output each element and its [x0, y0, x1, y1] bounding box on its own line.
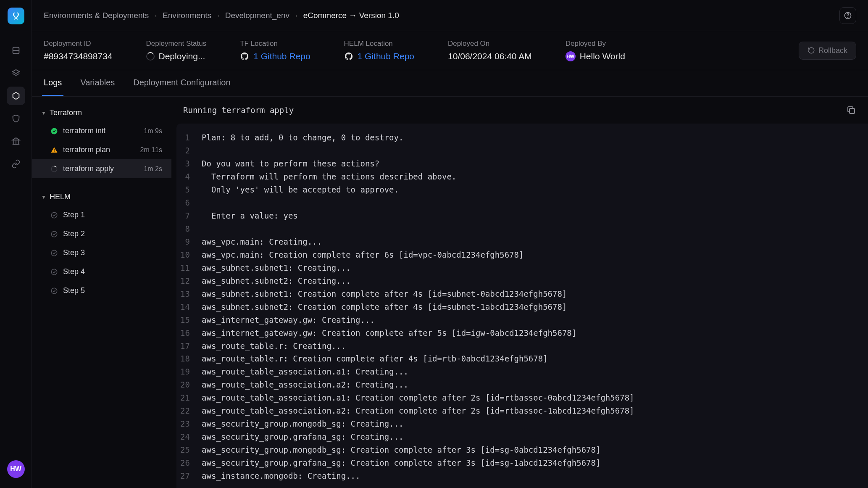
log-text: aws_subnet.subnet1: Creating... — [202, 261, 351, 274]
log-text: Terraform will perform the actions descr… — [202, 170, 456, 183]
deployed-by-block: Deployed By HW Hello World — [566, 40, 625, 61]
content-area: ▼Terraformterraform init1m 9sterraform p… — [32, 97, 868, 488]
tab-variables[interactable]: Variables — [79, 70, 116, 96]
line-number: 2 — [176, 144, 202, 157]
line-number: 23 — [176, 417, 202, 430]
svg-marker-4 — [12, 138, 19, 140]
nav-shield-icon[interactable] — [7, 109, 25, 128]
step-row[interactable]: Step 2 — [32, 224, 171, 243]
log-line: 3Do you want to perform these actions? — [176, 157, 868, 170]
breadcrumb-item[interactable]: Environments — [163, 11, 211, 20]
step-group-header[interactable]: ▼Terraform — [32, 104, 171, 121]
log-text: aws_security_group.mongodb_sg: Creating.… — [202, 417, 403, 430]
log-line: 27aws_instance.mongodb: Creating... — [176, 470, 868, 483]
step-row[interactable]: terraform plan2m 11s — [32, 140, 171, 159]
log-text: aws_security_group.mongodb_sg: Creation … — [202, 443, 600, 456]
rollback-button[interactable]: Rollback — [799, 42, 856, 60]
line-number: 27 — [176, 470, 202, 483]
step-label: Step 4 — [63, 267, 85, 276]
deployment-status-text: Deploying... — [159, 51, 205, 61]
tab-deployment-configuration[interactable]: Deployment Configuration — [132, 70, 232, 96]
copy-button[interactable] — [846, 105, 856, 115]
log-line: 13aws_subnet.subnet1: Creation complete … — [176, 288, 868, 301]
breadcrumb-item[interactable]: Environments & Deployments — [44, 11, 149, 20]
log-text: Only 'yes' will be accepted to approve. — [202, 183, 399, 196]
log-line: 6 — [176, 196, 868, 209]
chevron-right-icon: › — [155, 12, 157, 19]
step-row[interactable]: Step 3 — [32, 243, 171, 262]
helm-location-link[interactable]: 1 Github Repo — [358, 51, 414, 61]
deployment-status-block: Deployment Status Deploying... — [146, 40, 207, 61]
status-icon — [50, 268, 58, 276]
line-number: 3 — [176, 157, 202, 170]
chevron-right-icon: › — [217, 12, 219, 19]
line-number: 10 — [176, 248, 202, 261]
user-avatar[interactable]: HW — [7, 460, 25, 478]
log-header-text: Running terraform apply — [183, 106, 294, 115]
log-text: aws_subnet.subnet1: Creation complete af… — [202, 288, 567, 301]
status-icon — [50, 249, 58, 257]
line-number: 8 — [176, 222, 202, 235]
step-label: Step 2 — [63, 229, 85, 238]
caret-down-icon: ▼ — [41, 194, 46, 200]
status-icon — [50, 127, 58, 135]
log-text: Do you want to perform these actions? — [202, 157, 379, 170]
step-row[interactable]: terraform apply1m 2s — [32, 159, 171, 178]
nav-hexagon-icon[interactable] — [7, 87, 25, 105]
helm-location-label: HELM Location — [344, 40, 414, 48]
log-text: aws_vpc.main: Creating... — [202, 235, 322, 248]
log-text: aws_subnet.subnet2: Creation complete af… — [202, 301, 567, 314]
nav-bank-icon[interactable] — [7, 132, 25, 150]
log-line: 10aws_vpc.main: Creation complete after … — [176, 248, 868, 261]
log-line: 5 Only 'yes' will be accepted to approve… — [176, 183, 868, 196]
log-line: 14aws_subnet.subnet2: Creation complete … — [176, 301, 868, 314]
log-body[interactable]: 1Plan: 8 to add, 0 to change, 0 to destr… — [176, 124, 868, 488]
breadcrumb-item[interactable]: Development_env — [225, 11, 289, 20]
line-number: 9 — [176, 235, 202, 248]
tab-logs[interactable]: Logs — [42, 70, 63, 96]
deployment-status-label: Deployment Status — [146, 40, 207, 48]
step-row[interactable]: Step 1 — [32, 206, 171, 224]
status-icon — [50, 230, 58, 238]
main-content: Environments & Deployments›Environments›… — [32, 0, 868, 488]
svg-marker-3 — [13, 92, 19, 100]
status-icon — [50, 165, 58, 173]
line-number: 4 — [176, 170, 202, 183]
step-group-header[interactable]: ▼HELM — [32, 188, 171, 206]
nav-link-icon[interactable] — [7, 155, 25, 173]
log-text: aws_route_table.r: Creating... — [202, 340, 346, 353]
status-icon — [50, 211, 58, 219]
tf-location-label: TF Location — [240, 40, 310, 48]
line-number: 22 — [176, 404, 202, 417]
log-line: 16aws_internet_gateway.gw: Creation comp… — [176, 327, 868, 340]
log-header: Running terraform apply — [171, 97, 868, 124]
nav-server-icon[interactable] — [7, 41, 25, 60]
step-row[interactable]: Step 4 — [32, 262, 171, 281]
step-row[interactable]: Step 5 — [32, 281, 171, 300]
log-line: 25aws_security_group.mongodb_sg: Creatio… — [176, 443, 868, 456]
step-row[interactable]: terraform init1m 9s — [32, 121, 171, 140]
svg-point-20 — [51, 288, 57, 294]
helm-location-value: 1 Github Repo — [344, 51, 414, 61]
app-logo[interactable] — [8, 8, 24, 24]
svg-rect-21 — [850, 108, 855, 113]
log-line: 2 — [176, 144, 868, 157]
breadcrumb-item[interactable]: eCommerce → Version 1.0 — [303, 11, 399, 20]
line-number: 13 — [176, 288, 202, 301]
help-button[interactable] — [839, 7, 856, 24]
line-number: 5 — [176, 183, 202, 196]
log-line: 1Plan: 8 to add, 0 to change, 0 to destr… — [176, 131, 868, 144]
step-label: Step 5 — [63, 286, 85, 295]
log-text: aws_route_table_association.a2: Creating… — [202, 378, 408, 391]
svg-point-11 — [51, 128, 58, 134]
deployment-status-value: Deploying... — [146, 51, 207, 61]
step-label: terraform apply — [63, 164, 114, 173]
line-number: 15 — [176, 314, 202, 327]
svg-marker-2 — [12, 70, 19, 74]
log-line: 23aws_security_group.mongodb_sg: Creatin… — [176, 417, 868, 430]
svg-point-19 — [51, 269, 57, 275]
line-number: 17 — [176, 340, 202, 353]
rollback-icon — [808, 47, 815, 54]
nav-layers-icon[interactable] — [7, 64, 25, 82]
tf-location-link[interactable]: 1 Github Repo — [253, 51, 310, 61]
